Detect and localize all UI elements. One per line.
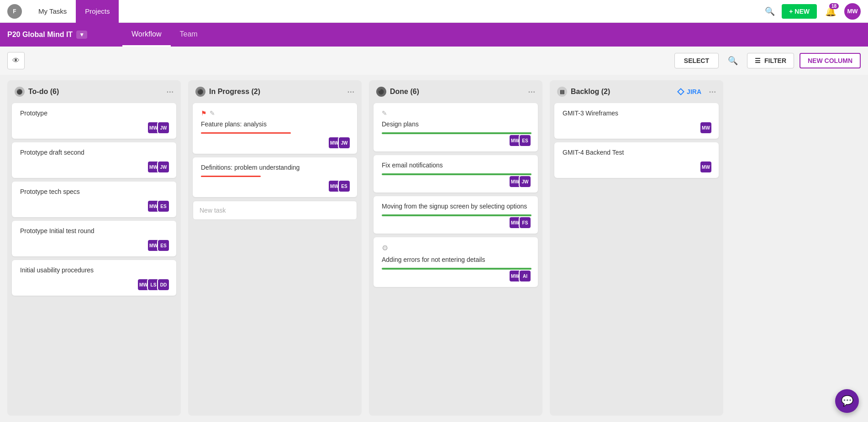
column-header-done: ⚫ Done (6) ⋯	[369, 80, 542, 103]
project-name[interactable]: P20 Global Mind IT ▼	[7, 31, 108, 39]
card-footer: MW JW	[382, 175, 531, 188]
card-title: Feature plans: analysis	[201, 120, 351, 128]
avatar-group: MW FS	[511, 216, 531, 229]
chat-fab-button[interactable]: 💬	[835, 389, 859, 413]
avatar-ai: AI	[519, 270, 531, 282]
kanban-board: ⚫ To-do (6) ⋯ Prototype MW JW Prototype …	[0, 75, 868, 421]
card-footer: MW JW	[20, 161, 170, 173]
card-title: Prototype tech specs	[20, 188, 170, 195]
card-title: GMIT-4 Backend Test	[563, 149, 712, 156]
todo-column-title: To-do (6)	[28, 88, 59, 96]
toolbar-search-icon[interactable]: 🔍	[724, 52, 742, 69]
card-progress-bar	[201, 176, 261, 177]
avatar-group: MW JW	[511, 175, 531, 188]
jira-label: JIRA	[687, 88, 701, 95]
column-done: ⚫ Done (6) ⋯ ✎ Design plans MW ES Fix	[369, 80, 542, 416]
card-footer: MW ES	[382, 134, 531, 147]
filter-icon: ☰	[755, 57, 761, 64]
card-title: Design plans	[382, 120, 531, 128]
avatar-es: ES	[157, 239, 170, 252]
filter-button[interactable]: ☰ FILTER	[747, 53, 794, 68]
card-footer: MW	[563, 161, 712, 173]
inprogress-column-title: In Progress (2)	[209, 88, 260, 96]
top-nav: F My Tasks Projects 🔍 + NEW 🔔 18 MW	[0, 0, 868, 23]
avatar-fs: FS	[519, 216, 531, 229]
projects-tab[interactable]: Projects	[76, 0, 119, 23]
jira-logo: JIRA	[677, 88, 701, 96]
card-title: Moving from the signup screen by selecti…	[382, 203, 531, 210]
avatar-mw: MW	[700, 161, 712, 173]
toolbar: 👁 SELECT 🔍 ☰ FILTER NEW COLUMN	[0, 47, 868, 75]
avatar-group: MW JW	[150, 121, 170, 134]
avatar-group: MW ES	[331, 180, 351, 193]
card-prototype-tech[interactable]: Prototype tech specs MW ES	[12, 182, 176, 217]
card-footer: MW JW	[20, 121, 170, 134]
new-task-input[interactable]: New task	[193, 201, 357, 220]
column-header-todo: ⚫ To-do (6) ⋯	[7, 80, 181, 103]
avatar-group: MW JW	[331, 136, 351, 149]
card-usability[interactable]: Initial usability procedures MW LS DD	[12, 260, 176, 296]
avatar-group: MW ES	[511, 134, 531, 147]
avatar-mw: MW	[700, 121, 712, 134]
done-column-menu[interactable]: ⋯	[528, 88, 535, 96]
column-header-backlog: ▤ Backlog (2) JIRA ⋯	[550, 80, 723, 103]
avatar-group: MW ES	[150, 239, 170, 252]
chevron-down-icon[interactable]: ▼	[76, 31, 87, 39]
notification-badge: 18	[829, 3, 839, 9]
select-button[interactable]: SELECT	[674, 53, 719, 68]
card-footer: MW AI	[382, 270, 531, 282]
card-title: Adding errors for not entering details	[382, 256, 531, 263]
card-footer: MW ES	[20, 239, 170, 252]
card-prototype-initial[interactable]: Prototype Initial test round MW ES	[12, 221, 176, 256]
done-column-body: ✎ Design plans MW ES Fix email notificat…	[369, 103, 542, 416]
column-todo: ⚫ To-do (6) ⋯ Prototype MW JW Prototype …	[7, 80, 181, 416]
card-title: Prototype	[20, 109, 170, 117]
avatar-group: MW JW	[150, 161, 170, 173]
card-footer: MW FS	[382, 216, 531, 229]
view-toggle-button[interactable]: 👁	[7, 52, 25, 69]
avatar-group: MW LS DD	[140, 278, 170, 291]
jira-icon	[677, 88, 685, 96]
avatar-jw: JW	[338, 136, 351, 149]
card-icons: ⚑ ✎	[201, 109, 351, 117]
card-design-plans[interactable]: ✎ Design plans MW ES	[374, 103, 538, 151]
card-definitions[interactable]: Definitions: problem understanding MW ES	[193, 157, 357, 197]
avatar-group: MW	[702, 161, 712, 173]
card-title: Fix email notifications	[382, 162, 531, 169]
search-icon[interactable]: 🔍	[762, 3, 778, 20]
card-gmit3[interactable]: GMIT-3 Wireframes MW	[554, 103, 719, 139]
edit-icon: ✎	[210, 109, 215, 117]
backlog-column-icon: ▤	[557, 87, 567, 97]
card-title: Prototype draft second	[20, 149, 170, 156]
card-adding-errors[interactable]: ⚙ Adding errors for not entering details…	[374, 237, 538, 287]
workflow-tab[interactable]: Workflow	[122, 23, 171, 47]
avatar-es: ES	[519, 134, 531, 147]
card-feature-plans[interactable]: ⚑ ✎ Feature plans: analysis MW JW	[193, 103, 357, 154]
avatar-group: MW AI	[511, 270, 531, 282]
inprogress-column-menu[interactable]: ⋯	[347, 88, 354, 96]
user-avatar[interactable]: MW	[844, 3, 861, 20]
todo-column-menu[interactable]: ⋯	[166, 88, 174, 96]
backlog-column-menu[interactable]: ⋯	[709, 88, 716, 96]
card-title: Definitions: problem understanding	[201, 164, 351, 171]
column-header-inprogress: ⚫ In Progress (2) ⋯	[188, 80, 362, 103]
backlog-column-body: GMIT-3 Wireframes MW GMIT-4 Backend Test…	[550, 103, 723, 416]
avatar-es: ES	[157, 200, 170, 213]
card-prototype-draft[interactable]: Prototype draft second MW JW	[12, 142, 176, 178]
card-signup-screen[interactable]: Moving from the signup screen by selecti…	[374, 196, 538, 234]
inprogress-column-icon: ⚫	[195, 87, 205, 97]
team-tab[interactable]: Team	[171, 23, 207, 47]
card-gmit4[interactable]: GMIT-4 Backend Test MW	[554, 142, 719, 178]
done-column-icon: ⚫	[376, 87, 386, 97]
my-tasks-tab[interactable]: My Tasks	[29, 0, 76, 23]
card-fix-email[interactable]: Fix email notifications MW JW	[374, 155, 538, 193]
avatar-dd: DD	[157, 278, 170, 291]
card-footer: MW JW	[201, 136, 351, 149]
card-title: Prototype Initial test round	[20, 227, 170, 234]
card-title: Initial usability procedures	[20, 266, 170, 274]
todo-column-icon: ⚫	[15, 87, 25, 97]
new-column-button[interactable]: NEW COLUMN	[800, 53, 861, 68]
notifications-button[interactable]: 🔔 18	[822, 3, 839, 20]
card-prototype[interactable]: Prototype MW JW	[12, 103, 176, 139]
new-button[interactable]: + NEW	[782, 4, 817, 19]
